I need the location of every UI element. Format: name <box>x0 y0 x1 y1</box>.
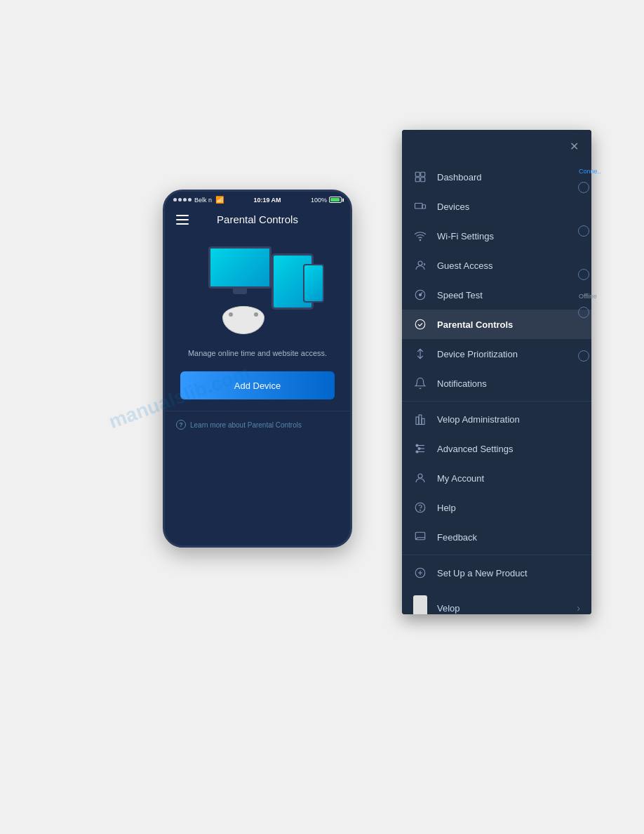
sidebar-item-account[interactable]: My Account <box>402 463 591 493</box>
controller-icon <box>222 306 264 334</box>
hamburger-menu-icon[interactable] <box>176 215 189 225</box>
time-label: 10:19 AM <box>253 197 281 204</box>
sidebar-item-feedback[interactable]: Feedback <box>402 522 591 552</box>
svg-rect-1 <box>421 172 425 176</box>
radio-btn-2[interactable] <box>578 225 589 237</box>
controller-btn-2 <box>254 312 258 317</box>
advanced-settings-icon <box>413 442 427 456</box>
right-indicators: Conne.. Offline <box>576 166 591 362</box>
svg-point-10 <box>415 319 425 329</box>
radio-btn-1[interactable] <box>578 182 589 193</box>
radio-btn-5[interactable] <box>578 350 589 362</box>
parental-description: Manage online time and website access. <box>188 349 327 357</box>
learn-more-link[interactable]: Learn more about Parental Controls <box>190 421 302 429</box>
battery-percent: 100% <box>311 197 327 204</box>
sidebar-item-priority[interactable]: Device Prioritization <box>402 339 591 369</box>
account-icon <box>413 471 427 485</box>
tv-stand <box>233 289 247 294</box>
sidebar-item-dashboard[interactable]: Dashboard <box>402 162 591 192</box>
speed-test-icon <box>413 288 427 302</box>
velop-admin-icon <box>413 412 427 426</box>
priority-icon <box>413 347 427 361</box>
battery-icon <box>329 197 342 203</box>
help-circle-icon: ? <box>176 420 186 430</box>
svg-point-22 <box>420 510 421 510</box>
velop-chevron-icon: › <box>577 602 580 614</box>
sidebar-header: ✕ <box>402 130 591 162</box>
devices-icon <box>413 199 427 213</box>
notifications-icon <box>413 376 427 390</box>
svg-rect-2 <box>415 178 420 182</box>
add-device-button[interactable]: Add Device <box>180 371 335 399</box>
account-label: My Account <box>437 473 580 484</box>
svg-rect-4 <box>415 204 423 209</box>
velop-label: Velop <box>437 603 577 614</box>
help-icon <box>413 501 427 515</box>
phone-mockup: Belk n 📶 10:19 AM 100% Parental Controls <box>163 190 352 548</box>
phone-footer: ? Learn more about Parental Controls <box>165 411 350 438</box>
phone-page-title: Parental Controls <box>217 213 298 225</box>
parental-controls-label: Parental Controls <box>437 319 580 330</box>
setup-icon <box>413 566 427 580</box>
svg-rect-3 <box>421 178 425 182</box>
status-bar: Belk n 📶 10:19 AM 100% <box>165 192 350 206</box>
radio-btn-3[interactable] <box>578 269 589 280</box>
setup-label: Set Up a New Product <box>437 568 580 578</box>
guest-label: Guest Access <box>437 260 580 271</box>
svg-point-6 <box>420 239 421 241</box>
svg-point-7 <box>418 261 422 265</box>
svg-point-9 <box>420 294 422 296</box>
sidebar-item-parental[interactable]: Parental Controls <box>402 310 591 339</box>
sidebar-item-notifications[interactable]: Notifications <box>402 369 591 398</box>
svg-point-21 <box>415 503 425 512</box>
connected-label: Conne.. <box>576 166 591 176</box>
sidebar-item-speed[interactable]: Speed Test <box>402 280 591 310</box>
wifi-settings-label: Wi-Fi Settings <box>437 231 580 241</box>
advanced-settings-label: Advanced Settings <box>437 444 580 454</box>
sidebar-panel: ✕ Dashboard Devices Wi-Fi Settings Guest… <box>402 130 591 614</box>
phone-frame: Belk n 📶 10:19 AM 100% Parental Controls <box>163 190 352 548</box>
svg-rect-0 <box>415 172 420 176</box>
phone-content: Manage online time and website access. A… <box>165 232 350 411</box>
wifi-status-icon: 📶 <box>215 196 224 204</box>
sidebar-item-velop-admin[interactable]: Velop Administration <box>402 404 591 434</box>
svg-point-18 <box>418 448 420 450</box>
device-illustration <box>187 246 328 338</box>
svg-point-20 <box>418 474 422 478</box>
controller-btn-1 <box>229 312 233 317</box>
offline-label: Offline <box>576 291 591 301</box>
divider-1 <box>402 401 591 402</box>
sidebar-item-advanced[interactable]: Advanced Settings <box>402 434 591 463</box>
help-label: Help <box>437 503 580 513</box>
svg-point-17 <box>416 444 418 446</box>
feedback-icon <box>413 530 427 544</box>
svg-point-19 <box>416 451 418 453</box>
sidebar-item-setup[interactable]: Set Up a New Product <box>402 558 591 588</box>
dashboard-label: Dashboard <box>437 172 580 183</box>
signal-dot-1 <box>173 198 177 201</box>
sidebar-item-help[interactable]: Help <box>402 493 591 522</box>
tv-screen <box>208 246 271 289</box>
sidebar-item-guest[interactable]: Guest Access <box>402 251 591 280</box>
devices-label: Devices <box>437 201 580 212</box>
sidebar-item-devices[interactable]: Devices <box>402 192 591 221</box>
guest-icon <box>413 258 427 272</box>
radio-btn-4[interactable] <box>578 307 589 318</box>
svg-rect-11 <box>416 417 419 425</box>
sidebar-item-wifi[interactable]: Wi-Fi Settings <box>402 221 591 251</box>
svg-rect-13 <box>422 418 424 424</box>
velop-item[interactable]: Velop › <box>402 588 591 614</box>
signal-dot-4 <box>188 198 192 201</box>
battery-area: 100% <box>311 197 342 204</box>
small-phone-icon <box>303 264 324 303</box>
svg-rect-12 <box>419 415 422 425</box>
signal-dot-3 <box>183 198 187 201</box>
wifi-settings-icon <box>413 229 427 243</box>
status-left: Belk n 📶 <box>173 196 224 204</box>
parental-controls-icon <box>413 317 427 331</box>
battery-fill <box>330 198 340 201</box>
close-button[interactable]: ✕ <box>566 138 582 154</box>
velop-device-icon <box>413 595 427 614</box>
priority-label: Device Prioritization <box>437 349 580 359</box>
dashboard-icon <box>413 170 427 184</box>
